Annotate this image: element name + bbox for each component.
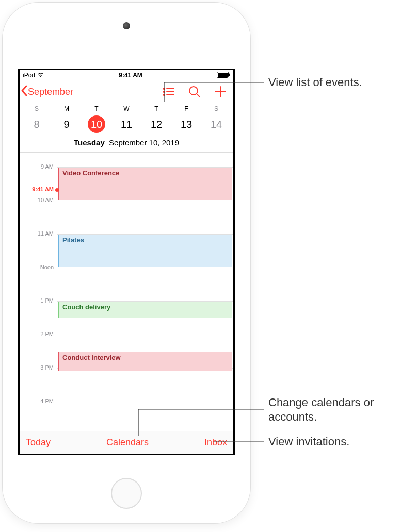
selected-dow: Tuesday [74, 138, 105, 147]
today-button[interactable]: Today [26, 437, 51, 448]
status-time: 9:41 AM [119, 72, 142, 79]
back-button[interactable]: September [21, 85, 73, 99]
inbox-button[interactable]: Inbox [204, 437, 227, 448]
day-cell-today[interactable]: 10 [82, 113, 111, 137]
day-cell[interactable]: 14 [201, 113, 231, 137]
event-block[interactable]: Video Conference [58, 168, 232, 200]
day-grid[interactable]: 9 AM10 AM11 AMNoon1 PM2 PM3 PM4 PMVideo … [20, 153, 233, 431]
day-cell[interactable]: 9 [52, 113, 82, 137]
now-dot [55, 188, 59, 192]
hour-row: Noon [20, 268, 233, 301]
day-cell[interactable]: 8 [22, 113, 52, 137]
svg-point-7 [164, 94, 165, 95]
event-block[interactable]: Couch delivery [58, 302, 232, 318]
day-cell[interactable]: 12 [141, 113, 171, 137]
hour-row: 3 PM [20, 368, 233, 402]
svg-line-10 [197, 94, 200, 97]
hour-label: 11 AM [20, 230, 54, 237]
hour-line [57, 268, 233, 268]
home-button[interactable] [111, 478, 142, 509]
weekday-label: S [22, 103, 52, 113]
add-event-icon[interactable] [214, 85, 227, 98]
status-bar: iPod 9:41 AM [20, 70, 233, 80]
hour-row: 10 AM [20, 201, 233, 234]
day-cell[interactable]: 13 [171, 113, 201, 137]
hour-line [57, 402, 233, 402]
now-label: 9:41 AM [20, 186, 54, 192]
svg-rect-2 [229, 73, 230, 76]
day-cell[interactable]: 11 [111, 113, 141, 137]
screen: iPod 9:41 AM September [18, 69, 235, 455]
device-frame: iPod 9:41 AM September [3, 3, 250, 523]
nav-bar: September [20, 80, 233, 103]
full-date: Tuesday September 10, 2019 [20, 137, 233, 153]
week-day-labels: S M T W T F S [22, 103, 231, 113]
hour-label: 10 AM [20, 197, 54, 203]
callout-list-view: View list of events. [268, 75, 362, 90]
hour-label: 1 PM [20, 297, 54, 304]
weekday-label: T [82, 103, 111, 113]
callout-inbox: View invitations. [268, 435, 349, 449]
hour-label: 9 AM [20, 163, 54, 170]
svg-rect-1 [218, 73, 228, 77]
weekday-label: T [141, 103, 171, 113]
svg-point-5 [164, 91, 165, 92]
camera [123, 22, 130, 29]
device-label: iPod [23, 72, 35, 79]
weekday-label: F [171, 103, 201, 113]
hour-label: 2 PM [20, 331, 54, 337]
callout-calendars: Change calendars or accounts. [268, 395, 401, 424]
calendars-button[interactable]: Calendars [106, 437, 149, 448]
now-line [57, 190, 233, 190]
search-icon[interactable] [188, 85, 201, 98]
hour-line [57, 335, 233, 335]
hour-line [57, 201, 233, 201]
hour-label: Noon [20, 264, 54, 270]
event-block[interactable]: Pilates [58, 235, 232, 267]
back-label: September [28, 87, 73, 97]
event-block[interactable]: Conduct interview [58, 352, 232, 371]
bottom-toolbar: Today Calendars Inbox [20, 431, 233, 454]
chevron-left-icon [21, 85, 28, 99]
svg-point-3 [164, 88, 165, 89]
hour-label: 3 PM [20, 364, 54, 371]
weekday-label: W [111, 103, 141, 113]
weekday-label: M [52, 103, 82, 113]
weekday-label: S [201, 103, 231, 113]
list-view-icon[interactable] [162, 85, 175, 98]
selected-date: September 10, 2019 [109, 138, 179, 147]
wifi-icon [37, 72, 44, 79]
week-header: S M T W T F S 8 9 10 11 12 13 14 [20, 103, 233, 137]
week-days: 8 9 10 11 12 13 14 [22, 113, 231, 137]
battery-icon [217, 72, 230, 79]
hour-label: 4 PM [20, 398, 54, 404]
hour-row: 4 PM [20, 402, 233, 431]
